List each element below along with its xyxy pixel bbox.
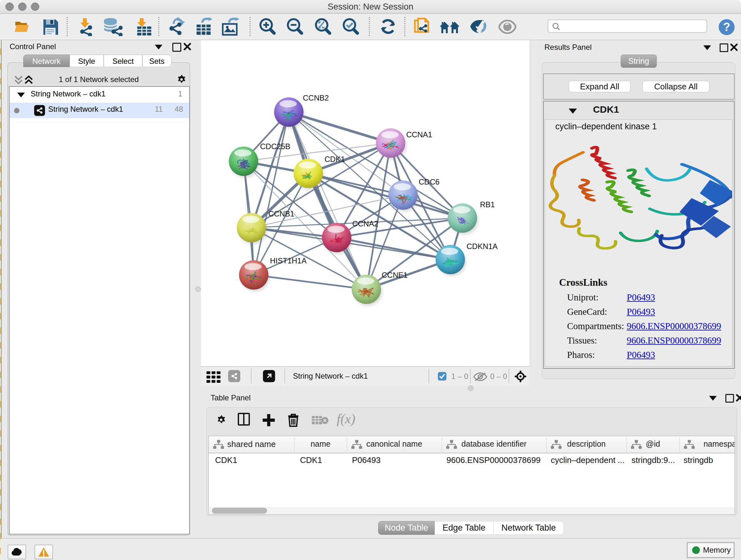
svg-text:CDC25B: CDC25B: [260, 142, 290, 151]
svg-text:RB1: RB1: [480, 200, 495, 209]
svg-text:CCNB2: CCNB2: [303, 94, 329, 102]
svg-text:CCNA1: CCNA1: [406, 130, 432, 139]
svg-text:CCNE1: CCNE1: [382, 271, 408, 279]
svg-text:CDKN1A: CDKN1A: [467, 242, 497, 251]
svg-text:CDC6: CDC6: [419, 178, 440, 186]
svg-text:HIST1H1A: HIST1H1A: [270, 256, 307, 265]
svg-text:CCNA2: CCNA2: [352, 219, 378, 228]
svg-text:CDK1: CDK1: [325, 155, 345, 164]
svg-text:CCNB1: CCNB1: [268, 209, 294, 218]
